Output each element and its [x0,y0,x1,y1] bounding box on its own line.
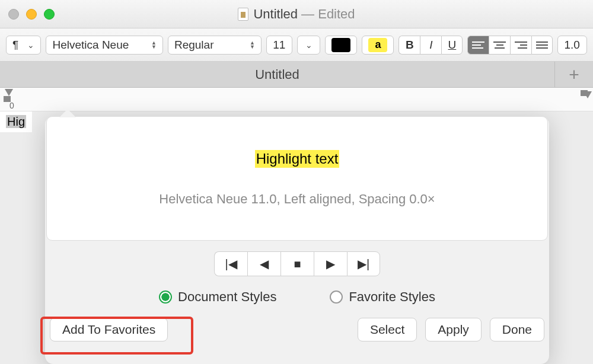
align-center-button[interactable] [489,36,510,55]
style-source-radios: Document Styles Favorite Styles [45,289,549,305]
popover-arrow [59,109,76,117]
document-text-fragment: Hig [6,115,26,128]
italic-button[interactable]: I [420,36,441,55]
bold-button[interactable]: B [398,36,420,55]
radio-unselected-icon [330,290,343,304]
close-window-button[interactable] [8,9,19,20]
font-size-stepper[interactable]: ⌄ [297,36,321,55]
styles-popover: Highlight text Helvetica Neue 11.0, Left… [45,116,549,364]
font-size-field[interactable]: 11 [266,36,292,55]
popover-button-row: Add To Favorites Select Apply Done [45,318,549,341]
align-right-button[interactable] [510,36,531,55]
ruler-indent-marker[interactable] [5,89,13,96]
alignment-group [467,36,553,55]
favorite-styles-radio[interactable]: Favorite Styles [330,289,435,305]
done-button[interactable]: Done [490,318,544,341]
underline-button[interactable]: U [441,36,463,55]
style-description: Helvetica Neue 11.0, Left aligned, Spaci… [159,191,435,207]
traffic-lights [8,9,55,20]
window-title: Untitled — Edited [253,7,355,22]
paragraph-style-dropdown[interactable]: ¶ ⌄ [6,36,41,55]
new-tab-button[interactable]: + [555,62,593,87]
format-toolbar: ¶ ⌄ Helvetica Neue ▲▼ Regular ▲▼ 11 ⌄ a … [0,28,593,62]
font-family-dropdown[interactable]: Helvetica Neue ▲▼ [46,36,162,55]
first-style-button[interactable]: |◀ [214,251,247,276]
ruler-zero-label: 0 [9,101,14,110]
plus-icon: + [569,65,579,85]
maximize-window-button[interactable] [44,9,55,20]
style-preview-pane: Highlight text Helvetica Neue 11.0, Left… [46,116,548,241]
chevron-down-icon: ⌄ [27,40,34,50]
ruler[interactable]: 0 [0,88,593,111]
document-tab[interactable]: Untitled [0,62,555,87]
add-to-favorites-button[interactable]: Add To Favorites [50,318,168,341]
font-style-value: Regular [174,39,214,52]
paragraph-symbol: ¶ [12,39,18,52]
line-spacing-value: 1.0 [564,39,579,52]
font-style-dropdown[interactable]: Regular ▲▼ [168,36,262,55]
highlight-color-swatch[interactable]: a [362,36,394,55]
ruler-margin-marker[interactable] [581,90,588,96]
updown-icon: ▲▼ [250,41,255,49]
window-titlebar: Untitled — Edited [0,0,593,28]
stop-button[interactable]: ■ [280,251,314,276]
updown-icon: ▲▼ [151,41,157,49]
window-edited-label: — Edited [298,7,355,21]
next-style-button[interactable]: ▶ [314,251,347,276]
ruler-right-marker[interactable] [584,90,591,96]
document-styles-radio[interactable]: Document Styles [159,289,276,305]
apply-button[interactable]: Apply [425,318,482,341]
window-title-text: Untitled [253,7,298,21]
style-preview-text: Highlight text [255,150,340,168]
select-button[interactable]: Select [358,318,417,341]
minimize-window-button[interactable] [26,9,37,20]
text-color-swatch[interactable] [325,36,357,55]
document-icon [238,8,248,21]
radio-label: Favorite Styles [349,289,435,305]
text-style-group: B I U [398,36,463,55]
style-nav-controls: |◀ ◀ ■ ▶ ▶| [45,251,549,276]
tab-label: Untitled [255,67,299,82]
align-left-button[interactable] [467,36,489,55]
font-family-value: Helvetica Neue [52,39,129,52]
radio-label: Document Styles [178,289,276,305]
line-spacing-dropdown[interactable]: 1.0 [557,36,587,55]
chevron-down-icon: ⌄ [305,40,313,50]
color-black-icon [331,38,350,52]
align-justify-button[interactable] [531,36,553,55]
last-style-button[interactable]: ▶| [347,251,380,276]
prev-style-button[interactable]: ◀ [247,251,280,276]
radio-selected-icon [159,290,172,304]
tab-bar: Untitled + [0,62,593,88]
document-body[interactable]: Hig [0,111,32,132]
highlight-swatch-icon: a [368,38,387,52]
font-size-value: 11 [273,39,285,52]
